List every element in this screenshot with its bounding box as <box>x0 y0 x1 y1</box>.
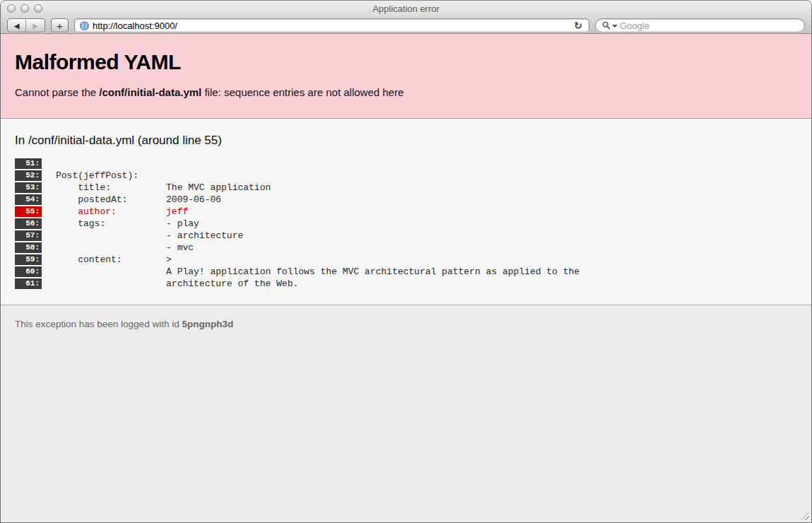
line-code: Post(jeffPost): <box>56 170 139 181</box>
nav-button-group: ◀ ▶ <box>7 18 45 33</box>
browser-window: Application error ◀ ▶ + <box>0 0 812 523</box>
minimize-button[interactable] <box>20 4 29 13</box>
globe-favicon-icon <box>80 21 89 30</box>
source-heading: In /conf/initial-data.yml (around line 5… <box>15 134 797 148</box>
footer-message: This exception has been logged with id <box>15 319 182 329</box>
error-message: Cannot parse the /conf/initial-data.yml … <box>15 86 797 98</box>
line-code: title: The MVC application <box>56 182 271 193</box>
line-code: architecture of the Web. <box>56 278 298 289</box>
search-input[interactable] <box>620 20 798 31</box>
browser-toolbar: ◀ ▶ + <box>1 16 811 35</box>
forward-arrow-icon: ▶ <box>33 22 38 30</box>
reload-icon[interactable]: ↻ <box>572 20 584 30</box>
page-content: Malformed YAML Cannot parse the /conf/in… <box>1 34 811 522</box>
code-line: 56: tags: - play <box>15 218 797 229</box>
code-line: 53: title: The MVC application <box>15 182 797 193</box>
source-code-lines: 51: 52: Post(jeffPost): 53: title: The M… <box>15 158 797 289</box>
error-file-path: /conf/initial-data.yml <box>99 86 201 98</box>
line-code: - architecture <box>56 230 243 241</box>
line-number: 58: <box>15 242 42 253</box>
line-number: 61: <box>15 278 42 289</box>
code-line: 59: content: > <box>15 254 797 265</box>
line-number: 54: <box>15 194 42 205</box>
titlebar[interactable]: Application error <box>1 1 811 16</box>
chevron-down-icon <box>612 25 618 28</box>
error-header: Malformed YAML Cannot parse the /conf/in… <box>1 34 811 119</box>
forward-button[interactable]: ▶ <box>26 19 45 32</box>
window-chrome: Application error ◀ ▶ + <box>1 0 811 34</box>
code-line: 52: Post(jeffPost): <box>15 170 797 181</box>
line-number: 52: <box>15 170 42 181</box>
plus-icon: + <box>57 20 63 32</box>
error-message-prefix: Cannot parse the <box>15 86 99 98</box>
traffic-lights <box>7 4 42 13</box>
line-code: tags: - play <box>56 218 199 229</box>
line-number: 55: <box>15 206 42 217</box>
code-line: 51: <box>15 158 797 169</box>
window-title: Application error <box>372 4 440 14</box>
line-number: 59: <box>15 254 42 265</box>
code-line: 54: postedAt: 2009-06-06 <box>15 194 797 205</box>
close-button[interactable] <box>7 4 16 13</box>
line-number: 51: <box>15 158 42 169</box>
line-number: 56: <box>15 218 42 229</box>
code-line: 57: - architecture <box>15 230 797 241</box>
line-code: postedAt: 2009-06-06 <box>56 194 221 205</box>
error-message-suffix: file: sequence entries are not allowed h… <box>201 86 404 98</box>
line-number: 60: <box>15 266 42 277</box>
search-bar[interactable] <box>595 18 805 33</box>
line-code: content: > <box>56 254 172 265</box>
line-number: 53: <box>15 182 42 193</box>
back-button[interactable]: ◀ <box>8 19 26 32</box>
address-bar[interactable]: ↻ <box>74 18 589 33</box>
line-code: A Play! application follows the MVC arch… <box>56 266 579 277</box>
code-line: 61: architecture of the Web. <box>15 278 797 289</box>
exception-footer: This exception has been logged with id 5… <box>1 305 811 343</box>
new-tab-button[interactable]: + <box>51 18 69 33</box>
resize-grip-icon[interactable] <box>800 511 809 520</box>
line-number: 57: <box>15 230 42 241</box>
exception-id: 5pngnph3d <box>182 319 233 329</box>
line-code: - mvc <box>56 242 194 253</box>
code-line: 60: A Play! application follows the MVC … <box>15 266 797 277</box>
source-section: In /conf/initial-data.yml (around line 5… <box>1 119 811 305</box>
search-icon <box>602 21 611 30</box>
error-title: Malformed YAML <box>15 50 797 74</box>
back-arrow-icon: ◀ <box>14 22 20 30</box>
search-engine-dropdown[interactable] <box>602 21 618 30</box>
code-line: 58: - mvc <box>15 242 797 253</box>
line-code: author: jeff <box>56 206 188 217</box>
url-input[interactable] <box>93 20 569 31</box>
code-line: 55: author: jeff <box>15 206 797 217</box>
zoom-button[interactable] <box>34 4 42 13</box>
